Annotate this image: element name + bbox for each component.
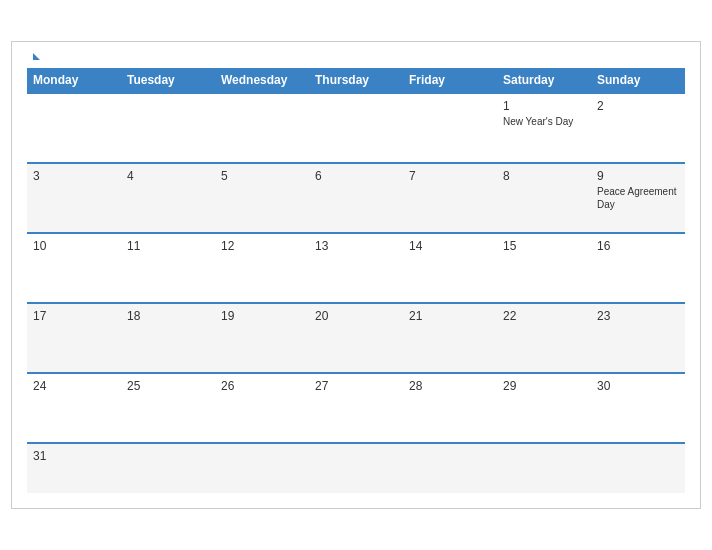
calendar-cell: 21: [403, 303, 497, 373]
calendar-cell: 9Peace Agreement Day: [591, 163, 685, 233]
day-number: 12: [221, 239, 303, 253]
day-number: 26: [221, 379, 303, 393]
week-row-1: 1New Year's Day2: [27, 93, 685, 163]
event-label: Peace Agreement Day: [597, 185, 679, 211]
day-number: 17: [33, 309, 115, 323]
calendar-cell: [215, 93, 309, 163]
weekday-header-thursday: Thursday: [309, 68, 403, 93]
calendar-cell: 4: [121, 163, 215, 233]
week-row-5: 24252627282930: [27, 373, 685, 443]
calendar-cell: 20: [309, 303, 403, 373]
weekday-header-wednesday: Wednesday: [215, 68, 309, 93]
weekday-header-sunday: Sunday: [591, 68, 685, 93]
calendar-cell: 15: [497, 233, 591, 303]
calendar-cell: 16: [591, 233, 685, 303]
calendar-cell: 11: [121, 233, 215, 303]
calendar-cell: 3: [27, 163, 121, 233]
calendar-container: MondayTuesdayWednesdayThursdayFridaySatu…: [11, 41, 701, 509]
day-number: 16: [597, 239, 679, 253]
calendar-cell: 6: [309, 163, 403, 233]
day-number: 20: [315, 309, 397, 323]
calendar-cell: [121, 93, 215, 163]
weekday-header-monday: Monday: [27, 68, 121, 93]
logo: [31, 52, 40, 60]
weekday-header-tuesday: Tuesday: [121, 68, 215, 93]
day-number: 1: [503, 99, 585, 113]
calendar-cell: 24: [27, 373, 121, 443]
day-number: 29: [503, 379, 585, 393]
calendar-grid: MondayTuesdayWednesdayThursdayFridaySatu…: [27, 68, 685, 493]
day-number: 10: [33, 239, 115, 253]
calendar-cell: [403, 443, 497, 493]
logo-triangle-icon: [33, 53, 40, 60]
calendar-cell: [27, 93, 121, 163]
day-number: 9: [597, 169, 679, 183]
weekday-header-row: MondayTuesdayWednesdayThursdayFridaySatu…: [27, 68, 685, 93]
calendar-cell: [215, 443, 309, 493]
day-number: 31: [33, 449, 115, 463]
calendar-cell: 19: [215, 303, 309, 373]
calendar-cell: [309, 93, 403, 163]
day-number: 18: [127, 309, 209, 323]
calendar-cell: 30: [591, 373, 685, 443]
day-number: 8: [503, 169, 585, 183]
day-number: 13: [315, 239, 397, 253]
event-label: New Year's Day: [503, 115, 585, 128]
weekday-header-saturday: Saturday: [497, 68, 591, 93]
calendar-cell: [121, 443, 215, 493]
day-number: 28: [409, 379, 491, 393]
weekday-header-friday: Friday: [403, 68, 497, 93]
calendar-cell: 27: [309, 373, 403, 443]
calendar-cell: 8: [497, 163, 591, 233]
day-number: 5: [221, 169, 303, 183]
calendar-cell: 18: [121, 303, 215, 373]
week-row-2: 3456789Peace Agreement Day: [27, 163, 685, 233]
calendar-header: [27, 52, 685, 60]
calendar-cell: [497, 443, 591, 493]
day-number: 19: [221, 309, 303, 323]
day-number: 30: [597, 379, 679, 393]
day-number: 6: [315, 169, 397, 183]
day-number: 22: [503, 309, 585, 323]
day-number: 7: [409, 169, 491, 183]
day-number: 23: [597, 309, 679, 323]
calendar-cell: 25: [121, 373, 215, 443]
week-row-6: 31: [27, 443, 685, 493]
calendar-cell: 23: [591, 303, 685, 373]
day-number: 27: [315, 379, 397, 393]
calendar-cell: 29: [497, 373, 591, 443]
calendar-cell: 28: [403, 373, 497, 443]
day-number: 3: [33, 169, 115, 183]
day-number: 25: [127, 379, 209, 393]
calendar-cell: 12: [215, 233, 309, 303]
calendar-cell: 1New Year's Day: [497, 93, 591, 163]
week-row-3: 10111213141516: [27, 233, 685, 303]
calendar-cell: 7: [403, 163, 497, 233]
day-number: 24: [33, 379, 115, 393]
calendar-cell: [403, 93, 497, 163]
calendar-cell: 13: [309, 233, 403, 303]
day-number: 11: [127, 239, 209, 253]
calendar-cell: 5: [215, 163, 309, 233]
day-number: 4: [127, 169, 209, 183]
calendar-cell: 2: [591, 93, 685, 163]
day-number: 2: [597, 99, 679, 113]
calendar-cell: 31: [27, 443, 121, 493]
day-number: 21: [409, 309, 491, 323]
calendar-cell: 10: [27, 233, 121, 303]
day-number: 15: [503, 239, 585, 253]
calendar-cell: 17: [27, 303, 121, 373]
calendar-cell: 22: [497, 303, 591, 373]
calendar-cell: [309, 443, 403, 493]
week-row-4: 17181920212223: [27, 303, 685, 373]
calendar-cell: 14: [403, 233, 497, 303]
calendar-cell: [591, 443, 685, 493]
calendar-cell: 26: [215, 373, 309, 443]
day-number: 14: [409, 239, 491, 253]
